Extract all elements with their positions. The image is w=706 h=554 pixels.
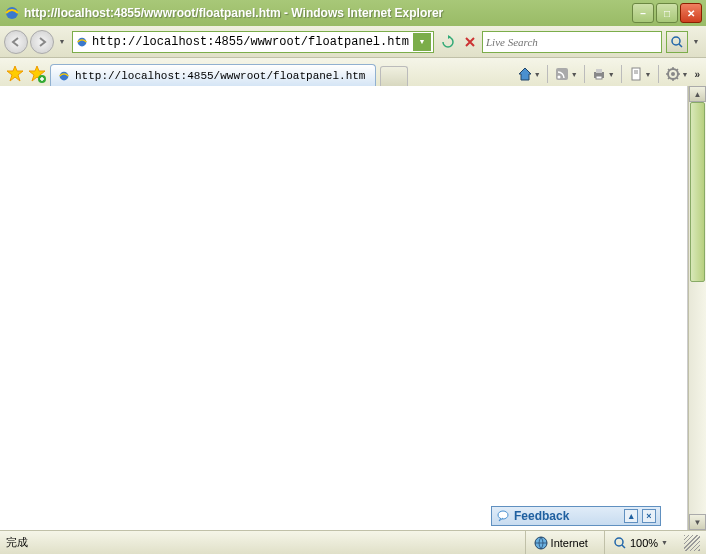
- svg-point-15: [671, 72, 675, 76]
- stop-button[interactable]: [460, 32, 480, 52]
- svg-point-18: [615, 538, 623, 546]
- address-bar[interactable]: ▼: [72, 31, 434, 53]
- print-button[interactable]: ▼: [591, 66, 615, 82]
- back-button[interactable]: [4, 30, 28, 54]
- feedback-title: Feedback: [514, 509, 620, 523]
- titlebar: http://localhost:4855/wwwroot/floatpanel…: [0, 0, 706, 26]
- svg-rect-11: [632, 68, 640, 80]
- svg-line-3: [679, 44, 682, 47]
- svg-point-7: [557, 76, 560, 79]
- scroll-thumb[interactable]: [690, 102, 705, 282]
- feedback-expand-button[interactable]: ▴: [624, 509, 638, 523]
- svg-point-2: [672, 37, 680, 45]
- feedback-icon: [496, 509, 510, 523]
- page-content: Feedback ▴ ×: [0, 86, 688, 530]
- separator: [584, 65, 585, 83]
- window-buttons: – □ ✕: [632, 3, 702, 23]
- feeds-button[interactable]: ▼: [554, 66, 578, 82]
- refresh-button[interactable]: [438, 32, 458, 52]
- scroll-up-button[interactable]: ▲: [689, 86, 706, 102]
- svg-rect-9: [596, 69, 602, 73]
- search-dropdown[interactable]: ▼: [690, 31, 702, 53]
- svg-line-19: [622, 545, 625, 548]
- svg-point-1: [78, 37, 87, 46]
- page-button[interactable]: ▼: [628, 66, 652, 82]
- resize-grip[interactable]: [684, 535, 700, 551]
- status-zone[interactable]: Internet: [525, 531, 596, 554]
- address-dropdown[interactable]: ▼: [413, 33, 431, 51]
- status-zoom[interactable]: 100% ▼: [604, 531, 676, 554]
- zoom-label: 100%: [630, 537, 658, 549]
- forward-button[interactable]: [30, 30, 54, 54]
- zoom-icon: [613, 536, 627, 550]
- status-text: 完成: [6, 535, 517, 550]
- scroll-down-button[interactable]: ▼: [689, 514, 706, 530]
- separator: [621, 65, 622, 83]
- search-box[interactable]: [482, 31, 662, 53]
- command-bar: ▼ ▼ ▼ ▼ ▼ »: [517, 62, 700, 86]
- window-title: http://localhost:4855/wwwroot/floatpanel…: [24, 6, 632, 20]
- vertical-scrollbar[interactable]: ▲ ▼: [688, 86, 706, 530]
- separator: [547, 65, 548, 83]
- add-favorite-icon[interactable]: [28, 65, 46, 83]
- home-button[interactable]: ▼: [517, 66, 541, 82]
- status-bar: 完成 Internet 100% ▼: [0, 530, 706, 554]
- favorites-star-icon[interactable]: [6, 65, 24, 83]
- tab-active[interactable]: http://localhost:4855/wwwroot/floatpanel…: [50, 64, 376, 86]
- toolbar-overflow[interactable]: »: [694, 69, 700, 80]
- svg-point-0: [6, 7, 18, 19]
- ie-page-icon: [57, 69, 71, 83]
- separator: [658, 65, 659, 83]
- close-button[interactable]: ✕: [680, 3, 702, 23]
- globe-icon: [534, 536, 548, 550]
- feedback-close-button[interactable]: ×: [642, 509, 656, 523]
- content-area: Feedback ▴ × ▲ ▼: [0, 86, 706, 530]
- favorites-icons: [6, 62, 46, 86]
- svg-rect-10: [596, 76, 602, 79]
- ie-page-icon: [75, 35, 89, 49]
- search-input[interactable]: [486, 36, 658, 48]
- feedback-panel[interactable]: Feedback ▴ ×: [491, 506, 661, 526]
- maximize-button[interactable]: □: [656, 3, 678, 23]
- search-button[interactable]: [666, 31, 688, 53]
- minimize-button[interactable]: –: [632, 3, 654, 23]
- tools-button[interactable]: ▼: [665, 66, 689, 82]
- zone-label: Internet: [551, 537, 588, 549]
- tab-label: http://localhost:4855/wwwroot/floatpanel…: [75, 70, 365, 82]
- svg-point-16: [498, 511, 508, 519]
- ie-logo-icon: [4, 5, 20, 21]
- svg-point-5: [60, 71, 69, 80]
- tab-bar: http://localhost:4855/wwwroot/floatpanel…: [0, 58, 706, 86]
- address-input[interactable]: [92, 35, 410, 49]
- nav-toolbar: ▼ ▼ ▼: [0, 26, 706, 58]
- new-tab-button[interactable]: [380, 66, 408, 86]
- history-dropdown[interactable]: ▼: [56, 31, 68, 53]
